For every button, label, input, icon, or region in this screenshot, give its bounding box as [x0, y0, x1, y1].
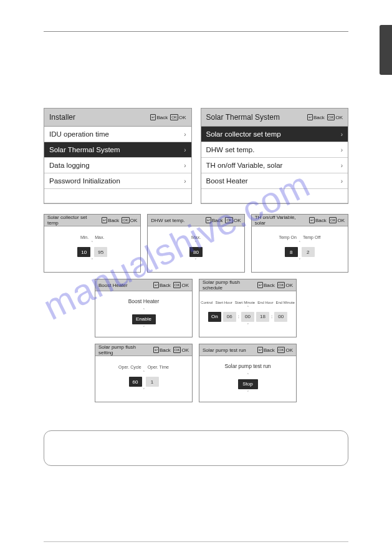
- back-button[interactable]: ↩Back: [153, 347, 171, 353]
- ok-button[interactable]: OKOK: [277, 347, 293, 353]
- back-button[interactable]: ↩Back: [153, 282, 171, 288]
- end-hour[interactable]: 18: [256, 312, 269, 322]
- dialog-row-3: Solar pump flush setting ↩Back OKOK Oper…: [44, 344, 348, 402]
- oper-cycle-value[interactable]: 60: [129, 377, 142, 387]
- chevron-right-icon: ›: [184, 178, 186, 185]
- back-button[interactable]: ↩Back: [150, 114, 168, 120]
- ok-button[interactable]: OKOK: [277, 282, 293, 288]
- installer-panel: Installer ↩Back OKOK IDU operation time›…: [44, 108, 192, 204]
- installer-title: Installer: [49, 113, 148, 122]
- item-solar-thermal-system[interactable]: Solar Thermal System›: [44, 142, 191, 158]
- back-button[interactable]: ↩Back: [257, 347, 275, 353]
- min-value[interactable]: 10: [77, 247, 90, 257]
- ok-button[interactable]: OKOK: [170, 114, 186, 120]
- ok-button[interactable]: OKOK: [225, 217, 241, 223]
- dialog-row-2: Boost Heater ↩Back OKOK Boost Heater ˄ E…: [44, 279, 348, 337]
- dialog-th-onoff: TH on/off Variable, solar ↩Back OKOK Tem…: [251, 214, 348, 273]
- item-password-initialization[interactable]: Password Initialization›: [44, 173, 191, 189]
- item-solar-collector-set-temp[interactable]: Solar collector set temp›: [201, 127, 348, 142]
- start-minute[interactable]: 00: [241, 312, 254, 322]
- back-button[interactable]: ↩Back: [102, 217, 119, 223]
- bottom-rule: [44, 541, 348, 542]
- boost-heater-label: Boost Heater: [128, 298, 160, 304]
- main-panels-row: Installer ↩Back OKOK IDU operation time›…: [44, 108, 348, 204]
- dialog-boost-heater: Boost Heater ↩Back OKOK Boost Heater ˄ E…: [95, 279, 193, 337]
- ok-button[interactable]: OKOK: [122, 217, 137, 223]
- item-truncated: [201, 189, 348, 203]
- control-value[interactable]: On: [208, 312, 221, 322]
- ok-button[interactable]: OKOK: [173, 282, 189, 288]
- chevron-right-icon: ›: [184, 162, 186, 169]
- note-box: [44, 430, 348, 466]
- item-truncated: [44, 189, 191, 203]
- dialog-row-1: Solar collector set temp ↩Back OKOK Min.…: [44, 214, 348, 273]
- dialog-solar-collector: Solar collector set temp ↩Back OKOK Min.…: [44, 214, 141, 273]
- dialog-pump-flush-schedule: Solar pump flush schedule ↩Back OKOK Con…: [199, 279, 297, 337]
- dialog-pump-test-run: Solar pump test run ↩Back OKOK Solar pum…: [199, 344, 297, 402]
- chevron-right-icon: ›: [341, 178, 343, 185]
- installer-header: Installer ↩Back OKOK: [44, 109, 191, 127]
- chevron-right-icon: ›: [184, 147, 186, 153]
- solar-thermal-panel: Solar Thermal System ↩Back OKOK Solar co…: [201, 108, 349, 204]
- dialog-rows: Solar collector set temp ↩Back OKOK Min.…: [44, 214, 348, 402]
- page-side-tab: [380, 25, 392, 75]
- chevron-right-icon: ›: [341, 147, 343, 153]
- solar-header: Solar Thermal System ↩Back OKOK: [201, 109, 348, 127]
- pump-test-label: Solar pump test run: [224, 363, 270, 369]
- item-data-logging[interactable]: Data logging›: [44, 158, 191, 173]
- content-area: Installer ↩Back OKOK IDU operation time›…: [44, 108, 348, 409]
- item-th-onoff-variable[interactable]: TH on/off Variable, solar›: [201, 158, 348, 173]
- chevron-right-icon: ›: [341, 162, 343, 169]
- back-button[interactable]: ↩Back: [309, 217, 327, 223]
- end-minute[interactable]: 00: [274, 312, 287, 322]
- chevron-right-icon: ›: [184, 131, 186, 138]
- solar-title: Solar Thermal System: [206, 113, 305, 122]
- dialog-dhw-set-temp: DHW set temp. ↩Back OKOK Max. ˄ 80 ˅: [147, 214, 244, 273]
- oper-time-value[interactable]: 1: [146, 377, 159, 387]
- chevron-right-icon: ›: [341, 131, 343, 138]
- temp-off-value[interactable]: 2: [302, 247, 315, 257]
- temp-on-value[interactable]: 8: [285, 247, 298, 257]
- item-idu-operation-time[interactable]: IDU operation time›: [44, 127, 191, 142]
- boost-heater-value[interactable]: Enable: [132, 314, 156, 324]
- ok-button[interactable]: OKOK: [329, 217, 345, 223]
- ok-button[interactable]: OKOK: [327, 114, 343, 120]
- back-button[interactable]: ↩Back: [206, 217, 223, 223]
- ok-button[interactable]: OKOK: [173, 347, 189, 353]
- top-rule: [44, 31, 348, 32]
- item-boost-heater[interactable]: Boost Heater›: [201, 173, 348, 189]
- pump-test-value[interactable]: Stop: [238, 379, 258, 389]
- back-button[interactable]: ↩Back: [307, 114, 325, 120]
- item-dhw-set-temp[interactable]: DHW set temp.›: [201, 142, 348, 158]
- max-value[interactable]: 80: [189, 247, 203, 257]
- start-hour[interactable]: 06: [223, 312, 236, 322]
- dialog-pump-flush-setting: Solar pump flush setting ↩Back OKOK Oper…: [95, 344, 193, 402]
- max-value[interactable]: 95: [94, 247, 107, 257]
- back-button[interactable]: ↩Back: [257, 282, 275, 288]
